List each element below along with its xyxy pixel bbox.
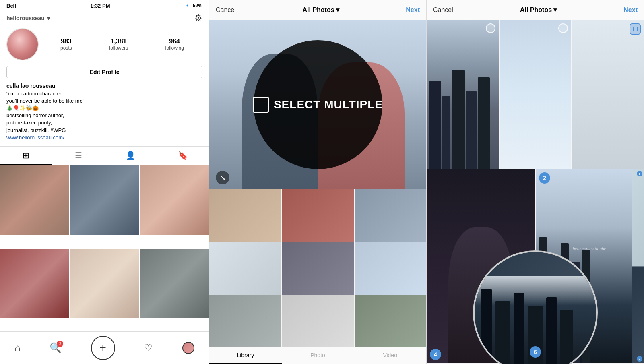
album-label: All Photos: [303, 6, 334, 14]
bio-line-3: bestselling horror author,: [6, 112, 202, 119]
stats-row: 983 posts 1,381 followers 964 following: [42, 38, 202, 51]
album-label-3: All Photos: [520, 6, 552, 14]
thumb-7[interactable]: [209, 295, 281, 347]
following-label: following: [165, 45, 184, 51]
posts-stat: 983 posts: [60, 38, 72, 51]
strip-photo-1[interactable]: 5: [632, 169, 644, 266]
tab-list[interactable]: ☰: [52, 147, 105, 165]
selected-grid-container: 4 here comes trouble 2: [427, 20, 644, 364]
photo-grid: [0, 165, 209, 331]
bio-name: cella lao rousseau: [6, 82, 202, 90]
expand-icon: ⤡: [220, 174, 225, 182]
multiselect-icon: [630, 23, 641, 35]
bio-emoji: 🎄🎈✨🐝🎃: [6, 105, 202, 112]
photo-cell-6[interactable]: [140, 249, 209, 318]
search-nav[interactable]: 🔍 3: [50, 342, 62, 354]
album-selector-3[interactable]: All Photos ▾: [520, 6, 557, 14]
bio-line-5: journalist, buzzkill, #WPG: [6, 127, 202, 134]
tab-video[interactable]: Video: [354, 347, 426, 364]
bottom-nav: ⌂ 🔍 3 + ♡: [0, 331, 209, 364]
chevron-down-icon: ▾: [47, 15, 50, 21]
posts-label: posts: [60, 45, 72, 51]
bio-link[interactable]: www.hellorousseau.com/: [6, 134, 202, 141]
followers-label: followers: [109, 45, 128, 51]
profile-info-row: 983 posts 1,381 followers 964 following: [0, 27, 209, 64]
status-bar: Bell 1:32 PM 🔹 52%: [0, 0, 209, 11]
main-photo-preview: SELECT MULTIPLE ⤡: [209, 20, 426, 189]
home-icon: ⌂: [14, 342, 21, 353]
add-button[interactable]: +: [91, 336, 115, 360]
avatar-image: [7, 29, 38, 60]
picker-header: Cancel All Photos ▾ Next: [209, 0, 426, 20]
cancel-button-3[interactable]: Cancel: [433, 6, 453, 14]
panel3-header: Cancel All Photos ▾ Next: [427, 0, 644, 20]
selected-photo-1[interactable]: [427, 20, 499, 169]
time: 1:32 PM: [90, 3, 110, 9]
selected-photos-panel: Cancel All Photos ▾ Next: [427, 0, 644, 364]
bio-line-2: you'll never be able to be like me": [6, 97, 202, 105]
zoom-circle: 6: [473, 250, 598, 364]
tab-library[interactable]: Library: [209, 347, 282, 364]
right-strip: 5 7: [632, 169, 644, 363]
heart-icon: ♡: [144, 342, 153, 353]
select-multiple-icon: [253, 97, 269, 113]
picker-tabs: Library Photo Video: [209, 347, 426, 364]
bio-line-4: picture-taker, pouty,: [6, 119, 202, 126]
edit-profile-button[interactable]: Edit Profile: [6, 66, 202, 78]
cancel-button[interactable]: Cancel: [216, 6, 236, 14]
followers-count: 1,381: [110, 38, 126, 45]
bio-line-1: "i'm a cartoon character,: [6, 90, 202, 97]
profile-tabs: ⊞ ☰ 👤 🔖: [0, 146, 209, 165]
album-selector[interactable]: All Photos ▾: [303, 6, 339, 14]
here-comes-text: here comes trouble: [536, 247, 644, 251]
following-stat: 964 following: [165, 38, 184, 51]
home-nav[interactable]: ⌂: [14, 342, 21, 354]
following-count: 964: [169, 38, 180, 45]
strip-photo-2[interactable]: 7: [632, 267, 644, 363]
tab-grid[interactable]: ⊞: [0, 147, 52, 165]
photo-cell-5[interactable]: [70, 249, 139, 318]
photo-cell-3[interactable]: [140, 165, 209, 235]
notification-badge: 3: [57, 341, 63, 347]
carrier: Bell: [6, 3, 16, 9]
photo-cell-1[interactable]: [0, 165, 69, 235]
select-multiple-overlay[interactable]: SELECT MULTIPLE: [254, 40, 382, 169]
selected-photo-2[interactable]: [500, 20, 572, 169]
chevron-down-icon: ▾: [336, 6, 339, 14]
bluetooth-icon: 🔹: [184, 3, 190, 8]
tab-tag[interactable]: 👤: [105, 147, 157, 165]
profile-header: hellorousseau ▾ ⚙: [0, 11, 209, 27]
tab-bookmark[interactable]: 🔖: [157, 147, 209, 165]
selected-number-6: 6: [530, 346, 541, 358]
profile-nav-avatar[interactable]: [182, 342, 194, 354]
profile-panel: Bell 1:32 PM 🔹 52% hellorousseau ▾ ⚙ 983…: [0, 0, 209, 364]
select-multiple-label: SELECT MULTIPLE: [274, 98, 383, 111]
thumbnail-grid: [209, 189, 426, 347]
status-icons: 🔹 52%: [184, 3, 202, 8]
photo-picker-panel: Cancel All Photos ▾ Next SELECT MULTIPLE…: [209, 0, 427, 364]
username-text: hellorousseau: [6, 15, 45, 21]
photo-cell-2[interactable]: [70, 165, 139, 235]
bottom-row-grid: 4 here comes trouble 2: [427, 169, 644, 363]
battery: 52%: [193, 3, 202, 8]
thumb-9[interactable]: [355, 295, 426, 347]
top-row-grid: [427, 20, 644, 169]
posts-count: 983: [61, 38, 72, 45]
next-button-3[interactable]: Next: [623, 6, 638, 14]
followers-stat: 1,381 followers: [109, 38, 128, 51]
selected-number-2: 2: [539, 172, 550, 184]
bio-section: cella lao rousseau "i'm a cartoon charac…: [0, 81, 209, 145]
next-button[interactable]: Next: [406, 6, 420, 14]
thumb-8[interactable]: [282, 295, 353, 347]
selected-number-4: 4: [430, 349, 441, 360]
username-row[interactable]: hellorousseau ▾: [6, 15, 50, 21]
chevron-down-icon-3: ▾: [553, 6, 557, 14]
avatar: [6, 28, 39, 60]
tab-photo[interactable]: Photo: [282, 347, 354, 364]
selected-photo-3[interactable]: [572, 20, 644, 169]
photo-cell-4[interactable]: [0, 249, 69, 318]
select-circle-1: [486, 23, 495, 33]
settings-icon[interactable]: ⚙: [194, 13, 202, 23]
expand-button[interactable]: ⤡: [216, 171, 229, 184]
heart-nav[interactable]: ♡: [144, 342, 153, 354]
